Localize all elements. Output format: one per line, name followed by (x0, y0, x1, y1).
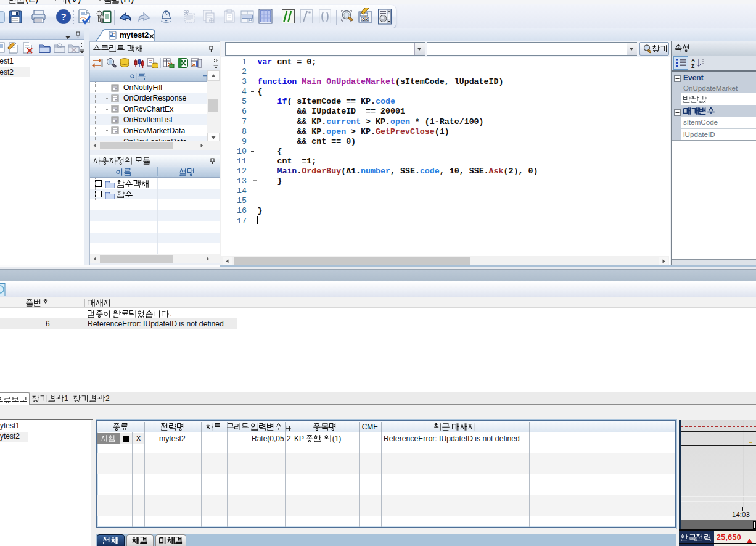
svg-text:OK: OK (362, 17, 368, 22)
svg-text:?: ? (60, 11, 66, 22)
svg-text:Z: Z (691, 63, 694, 69)
